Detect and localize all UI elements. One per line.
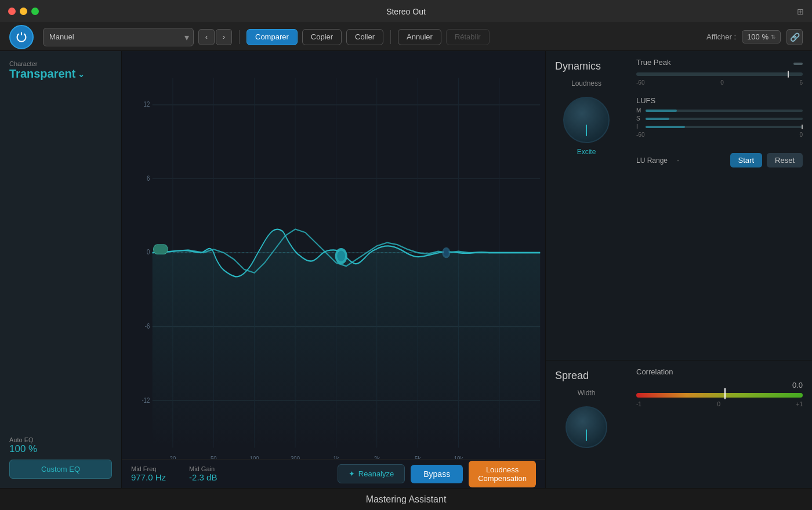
link-button[interactable]: 🔗 (786, 29, 803, 45)
width-knob-indicator (586, 429, 587, 441)
lufs-scale-min: -60 (636, 132, 644, 138)
true-peak-title: True Peak (636, 58, 671, 67)
spread-title: Spread (555, 370, 589, 382)
toolbar-separator-2 (390, 30, 391, 44)
lufs-title: LUFS (636, 96, 803, 105)
mid-gain-label: Mid Gain (189, 465, 217, 472)
mid-freq-label: Mid Freq (131, 465, 166, 472)
preset-dropdown[interactable]: Manuel (43, 28, 194, 46)
preset-dropdown-wrapper: Manuel ▾ (43, 28, 194, 46)
toolbar: Manuel ▾ ‹ › Comparer Copier Coller Annu… (0, 23, 812, 51)
character-dropdown[interactable]: Transparent ⌄ (9, 67, 112, 81)
left-panel: Character Transparent ⌄ Auto EQ 100 % Cu… (0, 51, 122, 488)
titlebar: Stereo Out ⊞ (0, 0, 812, 23)
loudness-compensation-button[interactable]: Loudness Compensation (469, 461, 536, 487)
lufs-s-bar (646, 118, 803, 120)
close-button[interactable] (8, 8, 16, 15)
auto-eq-value: 100 % (9, 443, 112, 455)
knob-indicator (586, 125, 587, 136)
width-knob[interactable] (566, 406, 607, 448)
true-peak-indicator (788, 71, 789, 78)
true-peak-value (793, 63, 803, 65)
nav-buttons: ‹ › (198, 29, 232, 45)
window-title: Stereo Out (386, 7, 426, 16)
zoom-control[interactable]: 100 % ⇅ (742, 30, 781, 43)
lufs-section: LUFS M S (636, 96, 803, 138)
svg-point-33 (444, 249, 449, 256)
copy-button[interactable]: Copier (302, 29, 342, 45)
reset-button[interactable]: Reset (767, 153, 803, 167)
lu-range-section: LU Range - Start Reset (636, 148, 803, 167)
bottom-title: Mastering Assistant (366, 494, 447, 505)
reanalyze-button[interactable]: ✦ Reanalyze (338, 464, 405, 483)
character-label: Character (9, 60, 112, 67)
nav-forward-button[interactable]: › (216, 29, 232, 45)
custom-eq-button[interactable]: Custom EQ (9, 460, 112, 479)
compare-button[interactable]: Comparer (246, 29, 298, 45)
toolbar-right: Afficher : 100 % ⇅ 🔗 (706, 29, 803, 45)
link-icon: 🔗 (790, 32, 800, 42)
afficher-label: Afficher : (706, 32, 736, 41)
loudness-label: Loudness (571, 79, 601, 88)
dynamics-right: True Peak -60 0 6 (627, 51, 812, 360)
correlation-scale: -1 0 +1 (636, 401, 803, 407)
power-button[interactable] (9, 25, 34, 49)
correlation-bar (636, 393, 803, 398)
reanalyze-label: Reanalyze (358, 469, 394, 478)
width-label: Width (578, 389, 596, 397)
svg-text:0: 0 (147, 248, 150, 256)
true-peak-bar (636, 72, 803, 76)
lu-range-value: - (677, 156, 679, 165)
bottom-bar: Mastering Assistant (0, 488, 812, 510)
svg-rect-29 (154, 245, 168, 254)
toolbar-separator-1 (239, 30, 240, 44)
eq-area: 12 6 0 -6 -12 20 50 100 300 1k 2k 5k 10k (122, 51, 545, 488)
excite-label: Excite (577, 148, 596, 156)
true-peak-section: True Peak -60 0 6 (636, 58, 803, 86)
lu-range-row: LU Range - Start Reset (636, 153, 803, 167)
svg-point-31 (337, 251, 345, 262)
lufs-m-bar (646, 110, 803, 112)
lufs-scale: -60 0 (636, 132, 803, 138)
lufs-i-key: I (636, 123, 642, 130)
nav-back-button[interactable]: ‹ (198, 29, 215, 45)
mid-freq-value: 977.0 Hz (131, 472, 166, 482)
eq-svg: 12 6 0 -6 -12 20 50 100 300 1k 2k 5k 10k (122, 51, 545, 488)
bypass-button[interactable]: Bypass (411, 465, 463, 483)
mid-gain-value: -2.3 dB (189, 472, 217, 482)
true-peak-min: -60 (636, 79, 644, 86)
maximize-button[interactable] (31, 8, 39, 15)
lufs-i-fill (646, 126, 685, 128)
correlation-value: 0.0 (792, 381, 803, 389)
lufs-m-row: M (636, 107, 803, 114)
character-section: Character Transparent ⌄ (9, 60, 112, 81)
svg-text:6: 6 (147, 174, 150, 183)
spread-panel: Spread Width Correlation 0.0 (546, 360, 812, 488)
dynamics-title: Dynamics (555, 60, 601, 72)
correlation-mid: 0 (717, 401, 720, 407)
character-chevron-icon: ⌄ (78, 70, 85, 79)
lufs-i-bar (646, 126, 803, 128)
reanalyze-icon: ✦ (349, 469, 355, 478)
zoom-value: 100 % (747, 32, 768, 41)
width-knob-container (566, 406, 607, 448)
lufs-m-key: M (636, 107, 642, 114)
mid-gain-param: Mid Gain -2.3 dB (189, 465, 217, 482)
svg-text:-6: -6 (145, 322, 150, 330)
undo-button[interactable]: Annuler (398, 29, 441, 45)
dynamics-left: Dynamics Loudness Excite (546, 51, 627, 360)
true-peak-mid: 0 (720, 79, 724, 86)
redo-button[interactable]: Rétablir (446, 29, 490, 45)
loudness-knob[interactable] (563, 97, 610, 143)
correlation-top-indicator (724, 388, 726, 393)
paste-button[interactable]: Coller (346, 29, 383, 45)
lufs-m-fill (646, 110, 677, 112)
lufs-i-row: I (636, 123, 803, 130)
start-button[interactable]: Start (730, 153, 762, 167)
right-panels: Dynamics Loudness Excite True Peak (545, 51, 812, 488)
window-icon[interactable]: ⊞ (797, 7, 804, 16)
dynamics-panel: Dynamics Loudness Excite True Peak (546, 51, 812, 360)
lu-range-label: LU Range (636, 156, 668, 165)
lufs-scale-max: 0 (799, 132, 803, 138)
minimize-button[interactable] (20, 8, 27, 15)
